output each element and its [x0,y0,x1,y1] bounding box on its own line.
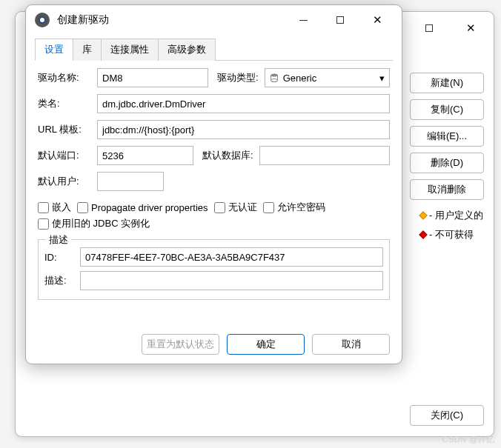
default-db-label: 默认数据库: [202,149,253,162]
description-input[interactable] [80,271,383,290]
url-template-label: URL 模板: [38,123,91,136]
close-button[interactable]: 关闭(C) [410,405,484,426]
bg-close-button[interactable]: ✕ [461,19,480,38]
app-icon [35,13,50,27]
create-driver-dialog: 创建新驱动 ✕ 设置 库 连接属性 高级参数 驱动名称: 驱动类型: Gener… [25,4,402,364]
driver-name-input[interactable] [97,68,208,87]
diamond-icon [419,211,427,219]
database-icon [270,73,279,82]
default-port-input[interactable] [97,146,193,165]
dlg-minimize-button[interactable] [293,10,313,30]
description-group-label: 描述 [46,233,71,247]
description-label: 描述: [44,274,74,287]
class-name-label: 类名: [38,97,91,110]
delete-button[interactable]: 删除(D) [410,153,484,173]
ok-button[interactable]: 确定 [227,334,305,355]
bg-maximize-button[interactable] [419,19,439,38]
dlg-maximize-button[interactable] [331,10,350,30]
edit-button[interactable]: 编辑(E)... [410,126,484,147]
id-label: ID: [44,252,74,263]
noauth-checkbox[interactable]: 无认证 [214,201,257,214]
default-db-input[interactable] [259,146,390,165]
watermark: CSDN @许忆 [442,434,495,445]
driver-type-select[interactable]: Generic ▾ [265,68,390,87]
svg-point-0 [271,74,277,77]
reset-button: 重置为默认状态 [142,334,219,355]
tab-connection[interactable]: 连接属性 [101,39,159,61]
chevron-down-icon: ▾ [379,73,385,84]
legend-unavailable: - 不可获得 [420,228,483,241]
url-template-input[interactable] [97,120,390,139]
tab-settings[interactable]: 设置 [35,39,73,61]
empty-password-checkbox[interactable]: 允许空密码 [263,201,325,214]
default-port-label: 默认端口: [38,149,91,162]
propagate-checkbox[interactable]: Propagate driver properties [77,201,208,214]
default-user-label: 默认用户: [38,175,91,188]
undo-delete-button[interactable]: 取消删除 [410,179,484,200]
new-button[interactable]: 新建(N) [410,73,484,93]
embed-checkbox[interactable]: 嵌入 [38,201,71,214]
cancel-button[interactable]: 取消 [312,334,390,355]
copy-button[interactable]: 复制(C) [410,99,484,120]
driver-type-label: 驱动类型: [217,71,259,84]
svg-point-1 [271,79,277,82]
dlg-close-button[interactable]: ✕ [368,10,387,30]
id-input[interactable] [80,247,383,267]
legend-user-defined: - 用户定义的 [420,209,483,222]
diamond-icon [419,230,427,238]
tab-library[interactable]: 库 [73,39,102,61]
driver-name-label: 驱动名称: [38,71,91,84]
class-name-input[interactable] [97,94,390,113]
default-user-input[interactable] [97,172,164,191]
old-jdbc-checkbox[interactable]: 使用旧的 JDBC 实例化 [38,217,150,230]
tab-advanced[interactable]: 高级参数 [158,39,216,61]
dialog-title: 创建新驱动 [57,13,293,27]
